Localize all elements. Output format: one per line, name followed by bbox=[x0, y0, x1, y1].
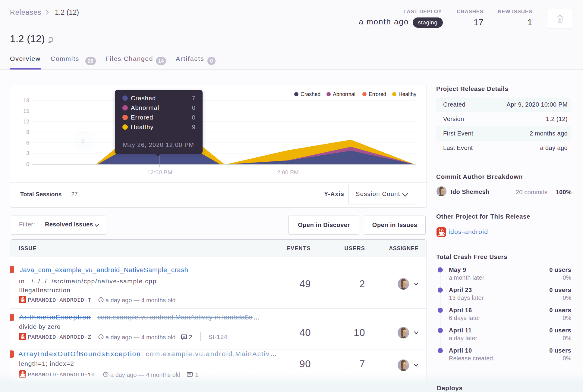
svg-text:Healthy: Healthy bbox=[399, 91, 417, 97]
svg-text:Abnormal: Abnormal bbox=[131, 104, 159, 111]
svg-text:0: 0 bbox=[192, 114, 196, 121]
svg-text:12: 12 bbox=[23, 119, 29, 125]
svg-text:9: 9 bbox=[26, 129, 29, 135]
svg-text:Abnormal: Abnormal bbox=[333, 91, 355, 97]
svg-text:Errored: Errored bbox=[131, 114, 153, 121]
svg-text:0: 0 bbox=[26, 161, 29, 167]
svg-text:Crashed: Crashed bbox=[301, 91, 320, 97]
svg-text:18: 18 bbox=[23, 98, 29, 104]
svg-text:Healthy: Healthy bbox=[131, 124, 154, 130]
svg-text:Errored: Errored bbox=[369, 91, 386, 97]
svg-text:2:00 PM: 2:00 PM bbox=[277, 169, 299, 176]
svg-text:6: 6 bbox=[26, 140, 29, 146]
svg-text:Crashed: Crashed bbox=[131, 95, 156, 101]
svg-text:9: 9 bbox=[192, 124, 196, 130]
svg-text:3: 3 bbox=[26, 150, 29, 156]
svg-text:12:00 PM: 12:00 PM bbox=[147, 169, 172, 176]
svg-text:May 26, 2020 12:00 PM: May 26, 2020 12:00 PM bbox=[123, 142, 194, 148]
svg-text:15: 15 bbox=[23, 108, 29, 114]
svg-text:0: 0 bbox=[192, 104, 196, 111]
svg-text:0: 0 bbox=[81, 138, 84, 144]
svg-text:7: 7 bbox=[192, 95, 196, 101]
